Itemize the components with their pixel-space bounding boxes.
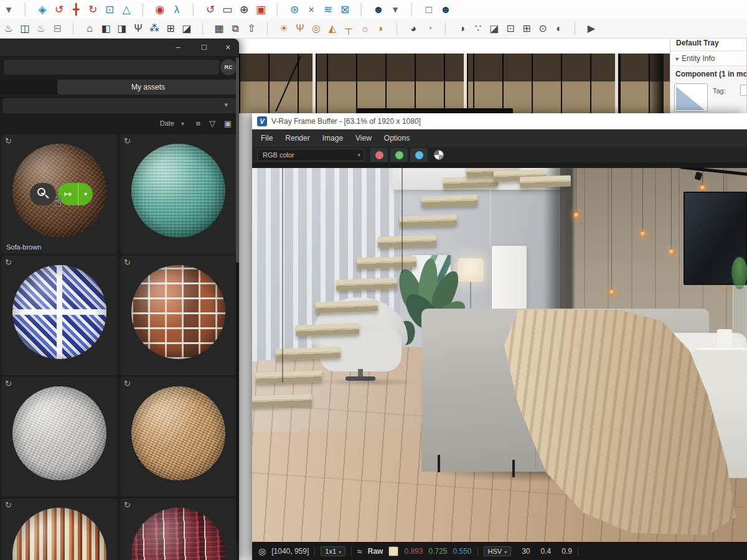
list-view-icon[interactable]: ≡ (195, 119, 200, 128)
scatter-tool[interactable]: ∵ (472, 24, 484, 34)
import-options-caret[interactable]: ▾ (78, 183, 93, 205)
vray-toggle[interactable]: ⊠ (339, 4, 351, 15)
clip-tool[interactable]: ◪ (181, 24, 193, 34)
select-region[interactable]: ▭ (221, 4, 233, 15)
mesh-light[interactable]: ◗ (375, 24, 387, 34)
clipper-page[interactable]: ◪ (488, 24, 500, 34)
pan-tool[interactable]: ╋ (70, 4, 82, 15)
close-button[interactable]: × (222, 41, 234, 54)
collapse-chevron-icon[interactable]: ▾ (675, 55, 679, 62)
asset-tile[interactable]: ↻ (1, 498, 118, 560)
foliage-tool[interactable]: ⁂ (148, 24, 161, 34)
share-model[interactable]: ☻ (439, 4, 452, 15)
select-tool-caret[interactable]: ▾ (2, 4, 15, 15)
import-split-button[interactable]: ↦ ▾ (58, 183, 93, 205)
asset-tile[interactable]: ↻ ↦ ▾ ☝ Sofa-brown (1, 134, 118, 254)
solid-box[interactable]: ◧ (100, 24, 112, 34)
dome-light[interactable]: ☀ (278, 24, 290, 34)
zoom-region[interactable]: ▣ (255, 4, 267, 15)
chaos-cosmos[interactable]: ≋ (322, 4, 334, 15)
asset-tile[interactable]: ↻ (120, 498, 237, 560)
menu-options[interactable]: Options (378, 129, 416, 147)
tab-my-assets[interactable]: My assets (57, 80, 239, 95)
menu-file[interactable]: File (255, 129, 279, 147)
sphere-preview[interactable]: ◕ (407, 24, 420, 34)
grid-view-icon[interactable]: ▣ (224, 119, 232, 128)
pick-object[interactable]: ▶ (585, 24, 598, 34)
field-of-view[interactable]: △ (120, 4, 133, 15)
checker-sphere[interactable]: ◐ (553, 24, 565, 34)
menu-image[interactable]: Image (316, 129, 349, 147)
asset-scrollbar-thumb[interactable] (236, 57, 239, 263)
sync-icon[interactable]: ↻ (124, 500, 131, 510)
zoom-window[interactable]: ⊡ (103, 4, 116, 15)
dot-sphere[interactable]: ⊙ (537, 24, 549, 34)
new-file[interactable]: □ (423, 4, 435, 15)
menu-view[interactable]: View (349, 129, 378, 147)
wire-box[interactable]: ◨ (116, 24, 128, 34)
spot-light[interactable]: ◭ (326, 24, 339, 34)
sphere-preview-gray[interactable]: ◔ (423, 24, 436, 34)
proxy-box[interactable]: ⊡ (504, 24, 517, 34)
category-dropdown[interactable]: ▾ (2, 98, 237, 113)
sphere-light[interactable]: ◎ (310, 24, 322, 34)
filter-icon[interactable]: ▽ (209, 119, 215, 128)
vfb-titlebar[interactable]: V V-Ray Frame Buffer - [63.1% of 1920 x … (252, 113, 747, 129)
tag-dropdown[interactable] (740, 85, 747, 96)
blue-channel-button[interactable] (410, 148, 428, 162)
material-sphere-preview[interactable] (12, 508, 106, 560)
maximize-button[interactable]: ☐ (198, 41, 210, 54)
curve-icon[interactable]: ≈ (357, 546, 362, 556)
omni-light[interactable]: ☼ (359, 24, 371, 34)
sync-icon[interactable]: ↻ (5, 136, 12, 146)
sync-icon[interactable]: ↻ (5, 500, 12, 510)
menu-render[interactable]: Render (279, 129, 316, 147)
refresh-view[interactable]: ↻ (87, 4, 99, 15)
material-sphere-preview[interactable] (12, 265, 106, 359)
lock-render[interactable]: ⊟ (51, 24, 63, 34)
ies-light[interactable]: ┬ (342, 24, 355, 34)
fur-tool[interactable]: Ψ (132, 24, 144, 34)
minimize-button[interactable]: – (172, 41, 184, 54)
vray-asset-editor[interactable]: ⊛ (288, 4, 301, 15)
material-sphere-preview[interactable] (131, 508, 225, 560)
pixel-picker-icon[interactable]: ◎ (258, 546, 266, 556)
asset-tile[interactable]: ↻ (120, 134, 237, 254)
account-caret[interactable]: ▾ (389, 4, 402, 15)
preview-zoom-button[interactable] (30, 183, 56, 205)
render-window[interactable]: ◫ (19, 24, 31, 34)
material-sphere-preview[interactable] (12, 386, 106, 480)
channel-dropdown[interactable]: RGB color ▾ (257, 149, 364, 161)
look-around[interactable]: ↺ (204, 4, 217, 15)
import-upload[interactable]: ⇧ (245, 24, 258, 34)
window-tool[interactable]: ⊞ (164, 24, 177, 34)
zoom-tool[interactable]: ⊕ (238, 4, 250, 15)
red-channel-button[interactable] (370, 148, 388, 162)
viewport-render[interactable]: ♨ (2, 24, 15, 34)
green-channel-button[interactable] (390, 148, 408, 162)
account-avatar[interactable]: RC (220, 59, 237, 75)
entity-info-header[interactable]: ▾Entity Info (670, 51, 746, 66)
material-sphere-preview[interactable] (131, 386, 225, 480)
rect-light[interactable]: Ψ (294, 24, 306, 34)
material-sphere-preview[interactable] (131, 144, 225, 238)
light-gen[interactable]: ⌂ (83, 24, 96, 34)
zoom-extents[interactable]: ◈ (36, 4, 49, 15)
sync-icon[interactable]: ↻ (124, 136, 131, 146)
asset-browser-titlebar[interactable]: – ☐ × (0, 39, 239, 56)
asset-tile[interactable]: ↻ (1, 377, 118, 497)
sort-caret-icon[interactable]: ▾ (181, 120, 184, 127)
proxy-box-alt[interactable]: ⊞ (520, 24, 533, 34)
material-sphere-preview[interactable] (131, 265, 225, 359)
sync-icon[interactable]: ↻ (5, 258, 12, 267)
rendered-image[interactable] (252, 164, 747, 542)
batch-render[interactable]: ♨ (35, 24, 47, 34)
sync-icon[interactable]: ↻ (124, 379, 131, 388)
account[interactable]: ☻ (372, 4, 385, 15)
asset-tile[interactable]: ↻ (120, 377, 237, 497)
colorspace-dropdown[interactable]: HSV▾ (484, 546, 512, 556)
alpha-channel-icon[interactable] (434, 150, 444, 160)
sync-icon[interactable]: ↻ (124, 258, 131, 267)
compose-spheres[interactable]: ◑ (456, 24, 468, 34)
asset-search-input[interactable] (4, 60, 219, 75)
